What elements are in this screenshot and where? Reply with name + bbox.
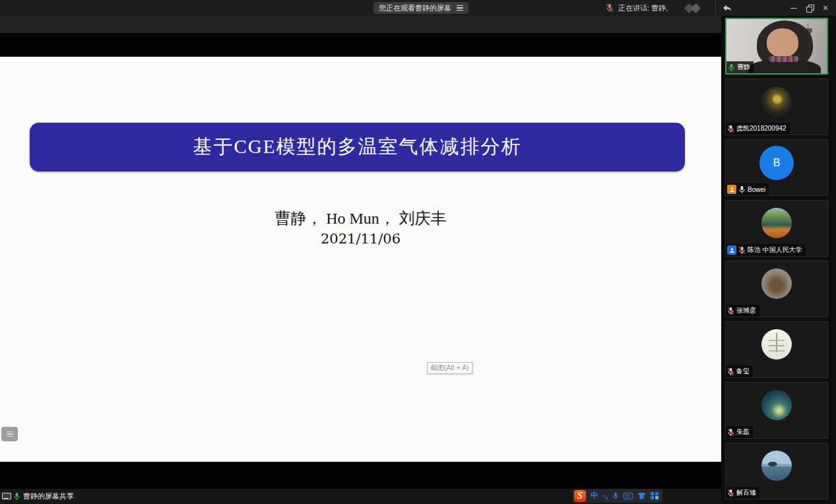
ime-keyboard-icon[interactable]	[624, 493, 633, 499]
return-button[interactable]	[715, 0, 738, 16]
screenshot-shortcut-tooltip: 截图(Alt + A)	[427, 362, 472, 374]
mic-icon	[727, 428, 734, 437]
participant-name: 朱磊	[736, 427, 750, 437]
reply-arrow-icon	[723, 4, 732, 13]
screen-share-status: 曹静的屏幕共享	[0, 490, 79, 503]
participant-avatar	[761, 268, 792, 299]
mic-icon	[728, 63, 735, 72]
participant-tile[interactable]: 张博彦	[725, 261, 828, 317]
participant-tile[interactable]: 朱磊	[725, 382, 828, 439]
slide-date: 2021/11/06	[0, 231, 721, 247]
speaker-face	[767, 28, 799, 57]
participant-avatar	[761, 208, 792, 238]
participant-tile[interactable]: 曹静	[725, 18, 828, 75]
slide-authors: 曹静， Ho Mun， 刘庆丰	[0, 208, 721, 229]
participant-tile[interactable]: 解百臻	[725, 443, 828, 499]
participant-label: 陈浩 中国人民大学	[726, 244, 806, 256]
ime-voice-icon[interactable]	[612, 491, 619, 500]
participant-label: 鲁玺	[726, 365, 753, 377]
watching-label: 您正在观看曹静的屏幕	[379, 3, 451, 13]
window-controls: ×	[786, 0, 833, 16]
participant-label: 龚凯2018200942	[726, 123, 790, 135]
close-button[interactable]: ×	[818, 0, 833, 16]
participant-tile[interactable]: B Bowei	[725, 139, 828, 196]
shared-screen-area: 基于CGE模型的多温室气体减排分析 曹静， Ho Mun， 刘庆丰 2021/1…	[0, 16, 721, 504]
muted-mic-icon	[606, 3, 614, 13]
participant-tile[interactable]: 鲁玺	[725, 321, 828, 378]
mic-icon	[727, 489, 734, 497]
meeting-window: 您正在观看曹静的屏幕 正在讲话: 曹静,	[0, 0, 836, 504]
speaker-scarf	[769, 56, 799, 62]
participant-tile[interactable]: 陈浩 中国人民大学	[725, 200, 828, 257]
close-icon: ×	[823, 3, 828, 13]
screen-share-icon	[2, 493, 11, 500]
participant-label: 解百臻	[726, 487, 759, 499]
ime-skin-icon[interactable]	[637, 492, 646, 499]
ime-punctuation-toggle[interactable]: ·,	[603, 491, 608, 501]
mic-icon	[727, 125, 734, 133]
mic-icon	[727, 307, 734, 315]
annotation-toolbar-button[interactable]	[1, 427, 18, 441]
participant-avatar	[761, 86, 792, 117]
mic-icon	[738, 185, 746, 194]
presentation-slide: 基于CGE模型的多温室气体减排分析 曹静， Ho Mun， 刘庆丰 2021/1…	[0, 57, 721, 462]
participant-sidebar: 曹静 龚凯2018200942 B	[721, 16, 836, 504]
participant-name: Bowei	[748, 186, 765, 193]
slide-title-banner: 基于CGE模型的多温室气体减排分析	[30, 123, 685, 172]
restore-icon	[806, 5, 813, 11]
sogou-ime-toolbar: S 中 ·,	[573, 489, 662, 503]
participant-avatar-letter: B	[759, 146, 794, 180]
participant-name: 张博彦	[736, 306, 756, 315]
mic-on-icon	[13, 492, 20, 501]
participant-name: 曹静	[737, 63, 750, 72]
participant-name: 陈浩 中国人民大学	[748, 245, 802, 255]
minimize-button[interactable]	[786, 0, 802, 16]
mic-icon	[738, 246, 746, 255]
participant-label: 朱磊	[726, 426, 753, 438]
participant-name: 解百臻	[736, 488, 756, 497]
member-badge-icon	[727, 245, 736, 255]
member-badge-icon	[727, 185, 736, 194]
shared-screen-top-strip	[0, 16, 721, 33]
minimize-icon	[790, 8, 797, 9]
share-label: 曹静的屏幕共享	[23, 491, 74, 501]
speaker-status-group: 正在讲话: 曹静,	[606, 0, 738, 16]
ime-toolbox-icon[interactable]	[651, 492, 659, 500]
participant-avatar	[761, 390, 792, 420]
participant-name: 龚凯2018200942	[736, 124, 787, 133]
sogou-logo-icon[interactable]: S	[574, 490, 586, 502]
avatar-letter: B	[773, 157, 781, 169]
restore-button[interactable]	[802, 0, 818, 16]
window-title-bar: 您正在观看曹静的屏幕 正在讲话: 曹静,	[0, 0, 836, 16]
menu-icon[interactable]	[457, 5, 463, 11]
list-icon	[7, 431, 13, 437]
watching-banner: 您正在观看曹静的屏幕	[373, 2, 468, 14]
app-logo-icon	[682, 3, 708, 13]
participant-avatar	[761, 451, 792, 481]
speaking-label: 正在讲话: 曹静,	[618, 3, 668, 13]
slide-title: 基于CGE模型的多温室气体减排分析	[193, 134, 522, 160]
mic-icon	[727, 367, 734, 376]
participant-avatar	[761, 329, 792, 360]
ime-mode-toggle[interactable]: 中	[591, 490, 598, 501]
participant-label: 曹静	[726, 61, 754, 73]
participant-label: Bowei	[726, 183, 769, 195]
participant-label: 张博彦	[726, 305, 759, 317]
participant-tile[interactable]: 龚凯2018200942	[725, 79, 828, 135]
participant-name: 鲁玺	[736, 367, 750, 376]
